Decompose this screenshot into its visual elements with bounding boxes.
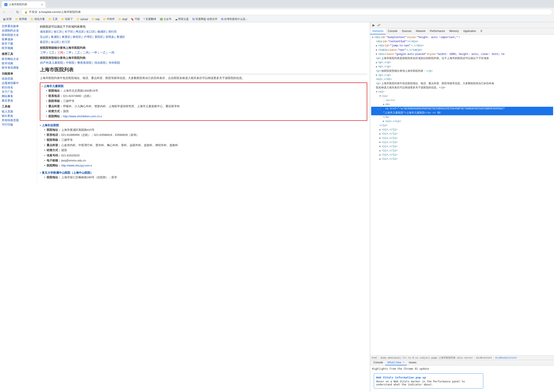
sidebar-link-download[interactable]: 医学下载: [2, 42, 35, 46]
sidebar-link-linkin[interactable]: 链入页面: [2, 109, 35, 114]
sidebar-link-print[interactable]: 可打印版: [2, 123, 35, 127]
bookmark-tips[interactable]: 🔖 巧技: [130, 17, 141, 21]
sidebar-link-news[interactable]: 医学资讯博客: [2, 66, 35, 70]
devtools-tab-console[interactable]: Console: [386, 28, 400, 34]
sidebar-link-websites[interactable]: 医学网站大全: [2, 57, 35, 61]
district-huangpu[interactable]: 黄浦区: [51, 35, 59, 39]
level-erjia[interactable]: 二甲: [66, 51, 72, 55]
type-specialist[interactable]: 专科医院: [109, 61, 120, 64]
bookmark-zikao[interactable]: 知 自考到底有什么流...: [220, 17, 249, 21]
hospital-website-children[interactable]: http://www.shchildren.com.cn: [63, 115, 102, 118]
breadcrumb-bodycontent[interactable]: div#bodyContent: [495, 356, 517, 359]
district-songjiang[interactable]: 松江区: [62, 40, 70, 44]
district-fengxian[interactable]: 奉贤区: [62, 35, 70, 39]
level-eryi[interactable]: 二乙: [74, 51, 80, 55]
dom-line[interactable]: <h2>…</h2>: [371, 77, 553, 82]
district-pudong[interactable]: 浦东新区: [40, 30, 51, 34]
devtools-tab-more[interactable]: S: [478, 28, 484, 34]
bookmark-broken[interactable]: 📁 玩坏了: [60, 17, 74, 21]
dom-line[interactable]: <p>上海市医院列表中包含医院地址、电话、重点科室、医院等级等信息。大多数医院有…: [371, 82, 553, 86]
level-sanbing[interactable]: 三丙: [57, 51, 63, 54]
sidebar-link-ads[interactable]: 关于广告: [2, 90, 35, 94]
sidebar-link-special[interactable]: 所有特殊页面: [2, 118, 35, 123]
district-luwan[interactable]: 卢湾区: [84, 35, 92, 39]
dom-line[interactable]: </b>: [371, 115, 553, 119]
dom-line[interactable]: ▶ <li>…</li>: [371, 145, 553, 149]
dom-line[interactable]: ▶ <ul>…</ul>: [371, 119, 553, 124]
bookmark-aliyun[interactable]: ☁ 阿里云盘: [174, 17, 190, 21]
sidebar-link-pharmacy[interactable]: 全国制药企业: [2, 28, 35, 33]
close-whatsnew-icon[interactable]: ×: [403, 361, 404, 364]
dom-line[interactable]: ▶ <li>…</li>: [371, 128, 553, 132]
devtools-tab-elements[interactable]: Elements: [370, 28, 386, 34]
district-zhabei[interactable]: 闸北区: [76, 30, 84, 34]
level-sanyi[interactable]: 三乙: [49, 51, 55, 55]
district-chongming[interactable]: 崇明县: [106, 35, 114, 39]
hospital-name-changzheng[interactable]: 上海长征医院: [40, 123, 367, 127]
dom-line[interactable]: ▶ <p>…</p>: [371, 61, 553, 65]
bookmark-wechat[interactable]: 🌿 公众号: [158, 17, 173, 21]
dom-line[interactable]: ▼<div id="bodyContent" style="height: au…: [371, 35, 553, 40]
type-plastic[interactable]: 整形美容院: [77, 61, 92, 64]
devtools-tab-network[interactable]: Network: [414, 28, 428, 34]
bookmark-middleware[interactable]: 📁 中间件: [102, 17, 116, 21]
district-xuhui[interactable]: 徐汇区: [54, 30, 62, 34]
bookmark-optimize[interactable]: 📁 优化方案: [29, 17, 46, 21]
breadcrumb-body[interactable]: body.mediawiki.ltr.ns-0.ns-subject.page-…: [381, 356, 473, 359]
bookmark-baidu[interactable]: 知 百度网盘-全部文件: [191, 17, 219, 21]
dom-line[interactable]: <p>按医院类型细分查询上海市医院列表：</p>: [371, 69, 553, 73]
dom-line[interactable]: ▶<div class="google-auto-placed" style="…: [371, 52, 553, 56]
dom-line[interactable]: ▶ <li>…</li>: [371, 153, 553, 157]
hospital-website-changzheng[interactable]: http://www.shczyy.com: [61, 164, 92, 167]
dom-line[interactable]: ▼ <ul>: [371, 90, 553, 94]
dom-line[interactable]: <div id="contentSub"></div>: [371, 40, 553, 44]
dom-line[interactable]: ▶<div id="jump-to-nav">…</div>: [371, 44, 553, 48]
sidebar-link-video[interactable]: 医学视频: [2, 46, 35, 50]
breadcrumb-html[interactable]: html: [372, 356, 378, 359]
reload-button[interactable]: ↻: [15, 9, 20, 15]
district-jinshan[interactable]: 金山区: [51, 40, 59, 44]
level-yibing[interactable]: 一丙: [109, 51, 114, 55]
address-bar[interactable]: 🔒 不安全 a-hospital.com/w/上海市医院列表: [22, 9, 552, 15]
type-maternal[interactable]: 妇产科及儿童医院: [40, 61, 63, 64]
sidebar-link-site[interactable]: 网站事务: [2, 94, 35, 98]
devtools-bottom-tab-whatsnew[interactable]: What's New ×: [385, 360, 407, 365]
district-jiading[interactable]: 嘉定区: [40, 40, 48, 44]
bookmark-rckj[interactable]: 📁 rckj: [90, 17, 101, 21]
breadcrumb-content[interactable]: div#content: [476, 356, 492, 359]
dom-line[interactable]: ▶ <li>…</li>: [371, 149, 553, 153]
sidebar-link-addpage[interactable]: 添加页面: [2, 77, 35, 81]
dom-line[interactable]: ▶<table class="nav">…</table>: [371, 48, 553, 52]
sidebar-link-volunteer[interactable]: 志愿者招募中: [2, 81, 35, 85]
dom-line[interactable]: ▶ <li>…</li>: [371, 132, 553, 136]
district-minhang[interactable]: 闵行区: [108, 30, 117, 34]
sidebar-link-huayan[interactable]: 怎样看化验单: [2, 24, 35, 28]
hospital-name-zhongshan[interactable]: 复旦大学附属中山医院（上海中山医院）: [40, 171, 367, 175]
dom-line[interactable]: ▶ <li>…</li>: [371, 157, 553, 161]
district-changning[interactable]: 长宁区: [65, 30, 73, 34]
bookmark-translate[interactable]: T 百度翻译: [142, 17, 158, 21]
bookmark-school[interactable]: 📁 school: [75, 17, 89, 21]
sidebar-link-dict[interactable]: 医学词典: [2, 61, 35, 66]
dom-line[interactable]: <p> 上海市医院列表是按医院所在区域划分的医院列表。位于上海市的医院还可以按以…: [371, 56, 553, 61]
bookmark-shqf[interactable]: 📁 shqf: [117, 17, 129, 21]
hospital-name-children[interactable]: 上海市儿童医院: [42, 84, 366, 88]
dom-line[interactable]: ▶ <li>…</li>: [371, 140, 553, 145]
level-erbing[interactable]: 二丙: [83, 51, 89, 55]
district-yangpu[interactable]: 杨浦区: [97, 30, 106, 34]
dom-line-selected[interactable]: ... <a href="/w/%E4%B8%8A%E6%B5%B7%E5%B8…: [371, 107, 553, 111]
sidebar-link-recent[interactable]: 最近更改: [2, 98, 35, 103]
forward-button[interactable]: →: [8, 9, 14, 15]
sidebar-link-colleges[interactable]: 医科院校大全: [2, 33, 35, 37]
devtools-tab-performance[interactable]: Performance: [428, 28, 447, 34]
bookmark-tools[interactable]: 📁 工具: [47, 17, 59, 21]
level-yiyi[interactable]: 一乙: [100, 51, 106, 55]
dom-line[interactable]: ▼ <b>: [371, 103, 553, 107]
devtools-device-btn[interactable]: ☍: [376, 23, 381, 28]
dom-line[interactable]: </li>: [371, 124, 553, 128]
bookmark-monkey[interactable]: 📁 程序猿: [14, 17, 28, 21]
level-sanjia[interactable]: 三甲: [40, 51, 46, 55]
district-hongkou[interactable]: 虹口区: [86, 30, 95, 34]
district-qingpu[interactable]: 青浦区: [116, 35, 125, 39]
dom-line[interactable]: ▼ <li>: [371, 94, 553, 98]
